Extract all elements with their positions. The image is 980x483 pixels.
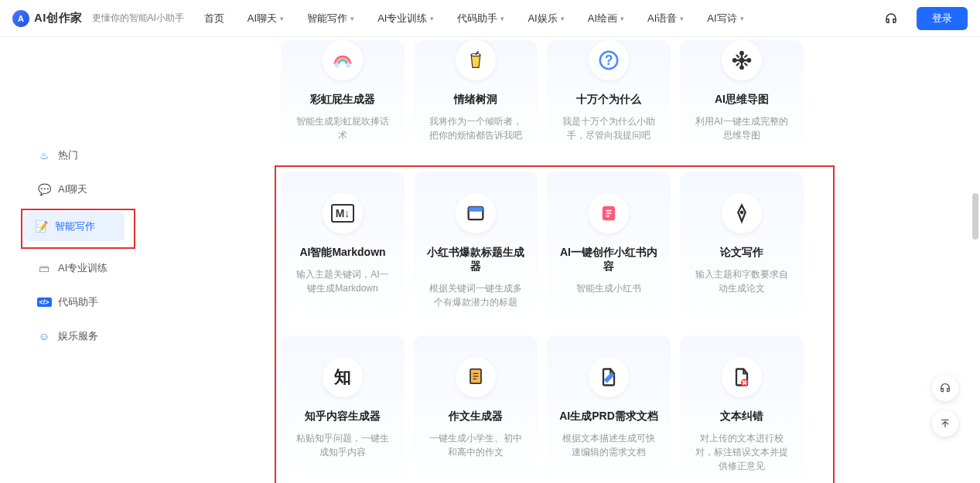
smile-icon: ☺ [38,330,50,342]
svg-point-9 [748,59,751,62]
card-cards_row2-3[interactable]: 文本纠错对上传的文本进行校对，标注错误文本并提供修正意见 [680,335,804,483]
sidebar-item-0[interactable]: ♨热门 [27,141,128,170]
card-cards_row2-2[interactable]: AI生成PRD需求文档根据文本描述生成可快速编辑的需求文档 [547,335,671,483]
chevron-down-icon: ▾ [680,15,684,22]
chevron-down-icon: ▾ [350,15,354,22]
nav-item-7[interactable]: AI语音▾ [647,12,684,26]
sidebar-item-1[interactable]: 💬AI聊天 [27,175,128,204]
cards-row-2: 知知乎内容生成器粘贴知乎问题，一键生成知乎内容作文生成器一键生成小学生、初中和高… [281,335,828,483]
logo-text: AI创作家 [34,11,83,26]
chevron-down-icon: ▾ [500,15,504,22]
card-cards_top-0[interactable]: 彩虹屁生成器智能生成彩虹屁吹捧话术 [281,40,405,156]
sidebar-item-3[interactable]: 🗃AI专业训练 [27,253,128,283]
sidebar: ♨热门💬AI聊天📝智能写作🗃AI专业训练</>代码助手☺娱乐服务 [0,40,182,483]
card-desc: 智能生成小红书 [573,281,644,295]
card-cards_row1-3[interactable]: 论文写作输入主题和字数要求自动生成论文 [680,172,804,326]
card-desc: 利用AI一键生成完整的思维导图 [689,114,794,142]
sidebar-item-label: AI专业训练 [58,261,108,275]
card-title: 知乎内容生成器 [305,410,381,423]
card-title: 十万个为什么 [576,93,641,107]
tagline: 更懂你的智能AI小助手 [92,12,184,25]
header: A AI创作家 更懂你的智能AI小助手 首页AI聊天▾智能写作▾AI专业训练▾代… [0,0,980,37]
top-nav: 首页AI聊天▾智能写作▾AI专业训练▾代码助手▾AI娱乐▾AI绘画▾AI语音▾A… [204,12,878,26]
card-desc: 根据文本描述生成可快速编辑的需求文档 [556,431,661,459]
cube-icon: 🗃 [38,262,50,274]
nav-item-3[interactable]: AI专业训练▾ [377,12,434,26]
card-icon [456,193,496,233]
float-support-button[interactable] [932,375,958,401]
card-title: AI思维导图 [715,93,769,107]
card-icon: M↓ [323,193,363,233]
nav-item-2[interactable]: 智能写作▾ [307,12,354,26]
card-desc: 一键生成小学生、初中和高中的作文 [423,431,528,459]
nav-item-label: AI语音 [647,12,677,26]
highlighted-area: M↓AI智能Markdown输入主题关键词，AI一键生成Markdown小红书爆… [275,165,835,483]
chevron-down-icon: ▾ [561,15,565,22]
card-icon [722,357,762,397]
sidebar-item-label: 热门 [58,148,78,162]
card-title: 彩虹屁生成器 [310,93,375,107]
card-cards_row1-1[interactable]: 小红书爆款标题生成器根据关键词一键生成多个有爆款潜力的标题 [414,172,538,326]
scrollbar-thumb[interactable] [972,193,978,240]
card-cards_top-2[interactable]: ?十万个为什么我是十万个为什么小助手，尽管向我提问吧 [547,40,671,156]
sidebar-item-2[interactable]: 📝智能写作 [24,212,125,241]
chevron-down-icon: ▾ [620,15,624,22]
card-cards_row2-0[interactable]: 知知乎内容生成器粘贴知乎问题，一键生成知乎内容 [281,335,405,483]
logo[interactable]: A AI创作家 [12,10,83,27]
nav-item-5[interactable]: AI娱乐▾ [528,12,564,26]
nav-item-6[interactable]: AI绘画▾ [588,12,624,26]
svg-point-1 [346,63,350,67]
card-cards_top-3[interactable]: AI思维导图利用AI一键生成完整的思维导图 [680,40,804,156]
support-icon[interactable] [884,12,898,26]
login-button[interactable]: 登录 [917,7,968,30]
nav-item-label: AI绘画 [588,12,617,26]
nav-item-8[interactable]: AI写诗▾ [707,12,743,26]
sidebar-item-label: 娱乐服务 [58,329,98,343]
logo-icon: A [12,10,29,27]
card-icon [722,40,762,80]
card-desc: 我将作为一个倾听者，把你的烦恼都告诉我吧 [423,114,528,142]
nav-item-4[interactable]: 代码助手▾ [457,12,504,26]
nav-item-0[interactable]: 首页 [204,12,224,26]
card-title: AI生成PRD需求文档 [559,410,658,423]
svg-point-5 [740,59,744,63]
card-title: AI智能Markdown [299,246,385,260]
card-title: 文本纠错 [720,410,763,423]
svg-point-8 [733,59,736,62]
svg-text:?: ? [605,53,613,68]
svg-point-0 [334,63,339,67]
svg-point-7 [740,66,743,70]
sidebar-item-highlight: 📝智能写作 [21,209,135,249]
nav-item-label: AI娱乐 [528,12,557,26]
card-icon: 知 [323,357,363,397]
nav-item-label: 首页 [204,12,224,26]
svg-rect-11 [469,207,483,212]
card-title: 情绪树洞 [454,93,497,107]
nav-item-label: 代码助手 [457,12,497,26]
page-body: ♨热门💬AI聊天📝智能写作🗃AI专业训练</>代码助手☺娱乐服务 彩虹屁生成器智… [0,37,980,483]
card-cards_row2-1[interactable]: 作文生成器一键生成小学生、初中和高中的作文 [414,335,538,483]
card-desc: 我是十万个为什么小助手，尽管向我提问吧 [556,114,661,142]
card-desc: 根据关键词一键生成多个有爆款潜力的标题 [423,281,528,309]
sidebar-item-4[interactable]: </>代码助手 [27,287,128,317]
code-icon: </> [38,296,50,308]
svg-point-13 [741,212,743,213]
card-icon [323,40,363,80]
card-desc: 智能生成彩虹屁吹捧话术 [290,114,395,142]
card-icon [456,40,496,80]
card-icon [589,357,629,397]
sidebar-item-label: AI聊天 [58,182,87,196]
main-content: 彩虹屁生成器智能生成彩虹屁吹捧话术情绪树洞我将作为一个倾听者，把你的烦恼都告诉我… [182,40,980,483]
card-title: 论文写作 [720,246,763,260]
nav-item-1[interactable]: AI聊天▾ [248,12,284,26]
card-cards_top-1[interactable]: 情绪树洞我将作为一个倾听者，把你的烦恼都告诉我吧 [414,40,538,156]
card-icon [456,357,496,397]
card-desc: 输入主题关键词，AI一键生成Markdown [290,267,395,295]
card-cards_row1-0[interactable]: M↓AI智能Markdown输入主题关键词，AI一键生成Markdown [281,172,405,326]
float-top-button[interactable] [932,410,958,437]
nav-item-label: AI写诗 [707,12,736,26]
sidebar-item-5[interactable]: ☺娱乐服务 [27,321,128,351]
card-cards_row1-2[interactable]: AI一键创作小红书内容智能生成小红书 [547,172,671,326]
cards-row-1: M↓AI智能Markdown输入主题关键词，AI一键生成Markdown小红书爆… [281,172,828,326]
header-right: 登录 [884,7,968,30]
